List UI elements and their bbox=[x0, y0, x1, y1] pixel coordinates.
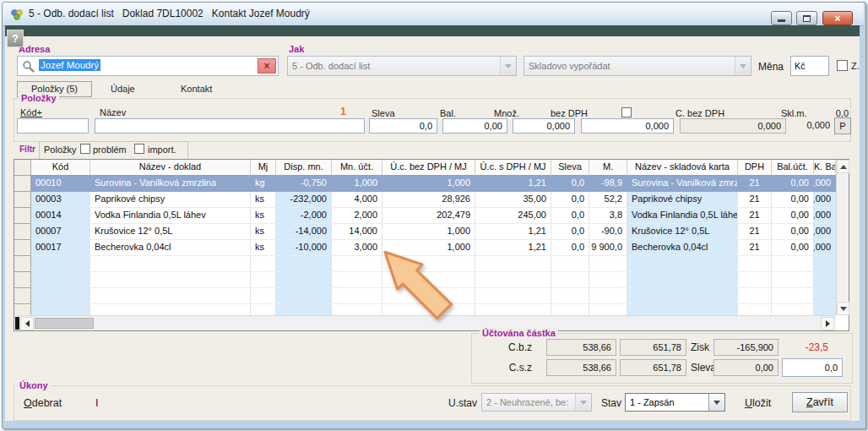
scroll-right-button[interactable] bbox=[821, 317, 834, 330]
scrollbar-grip bbox=[15, 317, 19, 330]
tab-udaje[interactable]: Údaje bbox=[111, 84, 135, 94]
nazev-input[interactable] bbox=[95, 118, 365, 134]
cell-disp: -0,750 bbox=[276, 176, 332, 192]
column-header-mn[interactable]: Mn. účt. bbox=[332, 160, 382, 176]
maximize-icon bbox=[803, 15, 811, 22]
column-header-mj[interactable]: Mj bbox=[251, 160, 276, 176]
currency-input[interactable] bbox=[790, 56, 829, 76]
sleva-input[interactable] bbox=[369, 118, 437, 134]
scroll-up-icon bbox=[840, 165, 847, 169]
odebrat-button[interactable]: Odebrat bbox=[24, 397, 62, 409]
cell-sleva: 0,0 bbox=[551, 208, 589, 224]
jak-group-label: Jak bbox=[286, 44, 307, 54]
cell-sleva: 0,0 bbox=[551, 176, 589, 192]
summary-group-label: Účtována částka bbox=[480, 328, 558, 338]
cell-bal: 0,00 bbox=[772, 208, 814, 224]
column-header-karta[interactable]: Název - skladová karta bbox=[627, 160, 738, 176]
cbz-label: C.b.z bbox=[486, 341, 532, 353]
cell-m: 3,8 bbox=[589, 208, 627, 224]
table-row[interactable]: 00014 Vodka Finlandia 0,5L láhev ks -2,0… bbox=[14, 208, 836, 224]
column-header-disp[interactable]: Disp. mn. bbox=[276, 160, 332, 176]
cell-ucs: 1,21 bbox=[475, 224, 551, 240]
table-row[interactable]: 00010 Surovina - Vanilková zmrzlina kg -… bbox=[14, 176, 836, 192]
column-header-ucbez[interactable]: Ú.c. bez DPH / MJ bbox=[382, 160, 475, 176]
close-button[interactable]: × bbox=[822, 11, 853, 25]
summary-sleva-input[interactable] bbox=[782, 358, 843, 377]
cell-bal: 0,00 bbox=[772, 240, 814, 256]
bezdph-checkbox[interactable] bbox=[621, 107, 632, 117]
cell-nazev: Surovina - Vanilková zmrzlina bbox=[90, 176, 251, 192]
cell-ucbez: 202,479 bbox=[382, 208, 475, 224]
horizontal-scroll-thumb[interactable] bbox=[35, 318, 94, 329]
filter-polozky-label: Položky bbox=[44, 145, 77, 155]
counter-badge: 1 bbox=[328, 106, 346, 117]
cell-ucbez: 28,926 bbox=[382, 192, 475, 208]
mnoz-input[interactable] bbox=[513, 118, 575, 134]
scrollbar-corner bbox=[836, 315, 849, 330]
z-checkbox[interactable] bbox=[837, 60, 848, 71]
zavrit-button[interactable]: Zavřít bbox=[792, 392, 848, 412]
column-header-kod[interactable]: Kód bbox=[31, 160, 90, 176]
sklm-label: Skl.m. bbox=[781, 108, 807, 118]
window-title: 5 - Odb. dodací list Doklad 7DL10002 Kon… bbox=[29, 3, 310, 25]
i-action[interactable]: I bbox=[95, 397, 98, 409]
column-header-kba[interactable]: K. Ba bbox=[814, 160, 836, 176]
cell-mj: ks bbox=[251, 192, 276, 208]
scroll-up-button[interactable] bbox=[837, 160, 849, 173]
scroll-right-icon bbox=[826, 320, 830, 327]
column-header-nazev[interactable]: Název - doklad bbox=[90, 160, 251, 176]
settlement-value: Skladovo vypořádat bbox=[529, 61, 610, 71]
maximize-button[interactable] bbox=[796, 11, 817, 25]
table-row[interactable]: 00003 Paprikové chipsy ks -232,000 4,000… bbox=[14, 192, 836, 208]
column-header-ucs[interactable]: Ú.c. s DPH / MJ bbox=[475, 160, 551, 176]
scroll-down-button[interactable] bbox=[837, 302, 849, 315]
cell-mj: ks bbox=[251, 208, 276, 224]
cell-dph: 21 bbox=[738, 176, 772, 192]
stav-value: 1 - Zapsán bbox=[630, 397, 675, 407]
table-row[interactable]: 00007 Krušovice 12° 0,5L ks -14,000 14,0… bbox=[14, 224, 836, 240]
row-selector-cell[interactable] bbox=[14, 192, 31, 208]
minimize-button[interactable] bbox=[771, 11, 792, 25]
p-button[interactable]: P bbox=[834, 117, 851, 134]
row-selector-cell[interactable] bbox=[14, 240, 31, 256]
kod-input[interactable] bbox=[17, 118, 89, 134]
help-button[interactable]: ? bbox=[7, 30, 24, 47]
column-header-m[interactable]: M. bbox=[589, 160, 627, 176]
cell-ucs: 245,00 bbox=[475, 208, 551, 224]
tab-kontakt[interactable]: Kontakt bbox=[181, 84, 212, 94]
cell-karta: Krušovice 12° 0,5L bbox=[627, 224, 738, 240]
cell-kba: 0,000 bbox=[814, 192, 836, 208]
row-selector-cell[interactable] bbox=[14, 224, 31, 240]
clear-address-button[interactable]: × bbox=[258, 58, 276, 74]
scroll-left-button[interactable] bbox=[20, 317, 34, 330]
cell-karta: Surovina - Vanilková zmrzlina bbox=[627, 176, 738, 192]
row-selector-cell[interactable] bbox=[14, 176, 31, 192]
kod-column-link[interactable]: Kód+ bbox=[20, 107, 42, 117]
cell-dph: 21 bbox=[738, 208, 772, 224]
bal-input[interactable] bbox=[442, 118, 507, 134]
cell-karta: Paprikové chipsy bbox=[627, 192, 738, 208]
import-checkbox[interactable] bbox=[134, 144, 144, 154]
problem-checkbox[interactable] bbox=[80, 144, 90, 154]
ulozit-button[interactable]: Uložit bbox=[745, 397, 771, 409]
address-input[interactable]: Jozef Moudrý × bbox=[17, 56, 279, 76]
doc-type-dropdown[interactable]: 5 - Odb. dodací list bbox=[287, 56, 517, 76]
cbezdph-label: C. bez DPH bbox=[675, 108, 724, 118]
cell-kba: 0,000 bbox=[814, 176, 836, 192]
row-selector-cell[interactable] bbox=[14, 208, 31, 224]
currency-label: Měna bbox=[758, 61, 784, 73]
bezdph-input[interactable] bbox=[581, 118, 674, 134]
stav-dropdown[interactable]: 1 - Zapsán bbox=[625, 393, 725, 412]
cell-nazev: Krušovice 12° 0,5L bbox=[90, 224, 251, 240]
cell-mj: ks bbox=[251, 224, 276, 240]
column-header-dph[interactable]: DPH bbox=[738, 160, 772, 176]
quick-entry-group-label: Položky bbox=[19, 93, 59, 103]
column-header-sleva[interactable]: Sleva bbox=[551, 160, 589, 176]
cell-kba: 0,000 bbox=[814, 240, 836, 256]
column-header-bal[interactable]: Bal.účt. bbox=[772, 160, 814, 176]
cell-m: -98,9 bbox=[589, 176, 627, 192]
cell-kod: 00007 bbox=[31, 224, 90, 240]
vertical-scrollbar[interactable] bbox=[836, 160, 849, 315]
settlement-dropdown[interactable]: Skladovo vypořádat bbox=[524, 56, 751, 76]
table-body: 00010 Surovina - Vanilková zmrzlina kg -… bbox=[14, 176, 836, 256]
